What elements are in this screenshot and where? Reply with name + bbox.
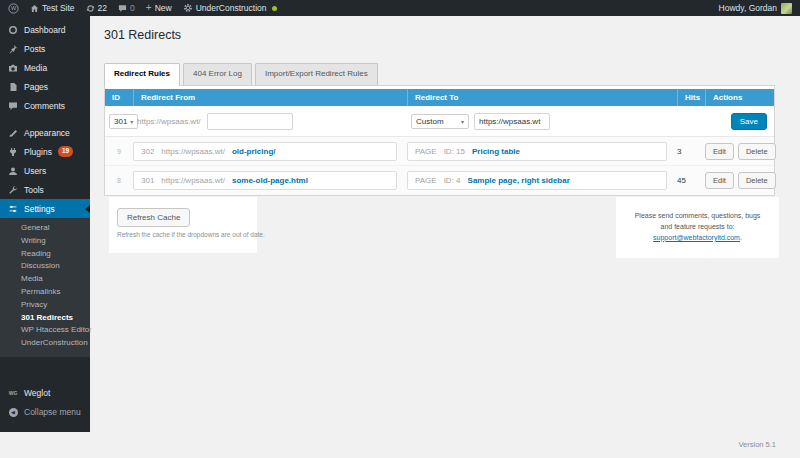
camera-icon bbox=[8, 63, 18, 73]
redirect-from-input[interactable] bbox=[207, 113, 293, 130]
redirect-from-cell: 301 https://wpsaas.wt/ some-old-page.htm… bbox=[133, 171, 397, 190]
submenu-item-underconstruction[interactable]: UnderConstruction bbox=[0, 337, 90, 350]
redirect-from-link[interactable]: some-old-page.html bbox=[232, 176, 308, 185]
avatar[interactable] bbox=[781, 3, 792, 14]
sidebar-item-settings[interactable]: Settings bbox=[0, 199, 90, 218]
column-header-hits: Hits bbox=[677, 89, 705, 106]
submenu-item-discussion[interactable]: Discussion bbox=[0, 260, 90, 273]
sidebar-item-tools[interactable]: Tools bbox=[0, 180, 90, 199]
page-title: 301 Redirects bbox=[104, 28, 181, 42]
sidebar-item-comments[interactable]: Comments bbox=[0, 96, 90, 115]
new-content-menu[interactable]: + New bbox=[146, 3, 172, 13]
comment-bubble-icon bbox=[8, 101, 18, 111]
site-url-prefix: https://wpsaas.wt/ bbox=[137, 117, 201, 126]
underconstruction-toolbar-menu[interactable]: UnderConstruction bbox=[183, 3, 277, 13]
wordpress-logo-icon: W bbox=[8, 3, 19, 14]
plus-icon: + bbox=[146, 3, 152, 13]
redirect-target-id: ID: 4 bbox=[444, 176, 461, 185]
sidebar-item-dashboard[interactable]: Dashboard bbox=[0, 20, 90, 39]
weglot-icon: WG bbox=[8, 388, 18, 398]
refresh-cache-panel: Refresh Cache Refresh the cache if the d… bbox=[109, 197, 257, 253]
tab-bar: Redirect Rules 404 Error Log Import/Expo… bbox=[104, 63, 381, 86]
admin-sidebar: Dashboard Posts Media Pages Comments App… bbox=[0, 16, 90, 432]
redirect-to-type-select[interactable]: Custom ▾ bbox=[411, 114, 469, 129]
submenu-item-wp-htaccess-editor[interactable]: WP Htaccess Editor bbox=[0, 324, 90, 337]
underconstruction-toolbar-label: UnderConstruction bbox=[196, 3, 267, 13]
redirect-from-link[interactable]: old-pricing/ bbox=[232, 147, 276, 156]
support-link-line: support@webfactoryltd.com. bbox=[653, 233, 742, 244]
delete-button[interactable]: Delete bbox=[738, 143, 776, 160]
sidebar-item-posts[interactable]: Posts bbox=[0, 39, 90, 58]
sidebar-label: Weglot bbox=[24, 388, 50, 398]
delete-button[interactable]: Delete bbox=[738, 172, 776, 189]
submenu-item-reading[interactable]: Reading bbox=[0, 248, 90, 261]
gear-icon bbox=[183, 3, 193, 13]
redirect-to-type-value: Custom bbox=[416, 117, 444, 126]
dashboard-icon bbox=[8, 25, 18, 35]
submenu-item-301-redirects[interactable]: 301 Redirects bbox=[0, 312, 90, 325]
updates-menu[interactable]: 22 bbox=[86, 3, 107, 13]
redirect-from-cell: 302 https://wpsaas.wt/ old-pricing/ bbox=[133, 142, 397, 161]
hits-count: 45 bbox=[677, 176, 705, 185]
sidebar-label: Tools bbox=[24, 185, 44, 195]
redirect-rules-table: ID Redirect From Redirect To Hits Action… bbox=[104, 85, 775, 196]
collapse-arrow-icon: ◀ bbox=[8, 407, 18, 417]
sidebar-item-pages[interactable]: Pages bbox=[0, 77, 90, 96]
sidebar-item-users[interactable]: Users bbox=[0, 161, 90, 180]
column-header-actions: Actions bbox=[705, 89, 774, 106]
support-text-suffix: . bbox=[740, 234, 742, 241]
site-name-menu[interactable]: Test Site bbox=[30, 3, 75, 13]
submenu-item-permalinks[interactable]: Permalinks bbox=[0, 286, 90, 299]
redirect-type-value: 301 bbox=[141, 176, 154, 185]
howdy-menu[interactable]: Howdy, Gordan bbox=[719, 3, 777, 13]
table-header-row: ID Redirect From Redirect To Hits Action… bbox=[105, 89, 774, 106]
sidebar-item-media[interactable]: Media bbox=[0, 58, 90, 77]
sidebar-label: Posts bbox=[24, 44, 45, 54]
tab-404-error-log[interactable]: 404 Error Log bbox=[183, 63, 252, 85]
sidebar-label: Appearance bbox=[24, 128, 70, 138]
column-header-id: ID bbox=[105, 89, 133, 106]
admin-bar: W Test Site 22 0 + New bbox=[0, 0, 800, 16]
redirect-to-link[interactable]: Pricing table bbox=[472, 147, 520, 156]
menu-separator bbox=[0, 115, 90, 123]
updates-icon bbox=[86, 4, 95, 13]
tab-import-export[interactable]: Import/Export Redirect Rules bbox=[255, 63, 378, 85]
submenu-item-media[interactable]: Media bbox=[0, 273, 90, 286]
sidebar-item-appearance[interactable]: Appearance bbox=[0, 123, 90, 142]
sidebar-item-plugins[interactable]: Plugins 19 bbox=[0, 142, 90, 161]
redirect-target-kind: PAGE bbox=[415, 176, 437, 185]
site-url-prefix: https://wpsaas.wt/ bbox=[161, 147, 225, 156]
tab-redirect-rules[interactable]: Redirect Rules bbox=[104, 63, 180, 86]
submenu-item-privacy[interactable]: Privacy bbox=[0, 299, 90, 312]
redirect-type-value: 302 bbox=[141, 147, 154, 156]
site-name-label: Test Site bbox=[42, 3, 75, 13]
support-text-line1: Please send comments, questions, bugs bbox=[635, 211, 761, 222]
save-button[interactable]: Save bbox=[731, 113, 767, 130]
sidebar-label: Plugins bbox=[24, 147, 52, 157]
brush-icon bbox=[8, 128, 18, 138]
plugins-update-badge: 19 bbox=[58, 146, 73, 157]
sliders-icon bbox=[8, 204, 18, 214]
table-row: 8 301 https://wpsaas.wt/ some-old-page.h… bbox=[105, 166, 774, 195]
sidebar-item-weglot[interactable]: WG Weglot bbox=[0, 384, 90, 403]
sidebar-label: Dashboard bbox=[24, 25, 66, 35]
refresh-cache-button[interactable]: Refresh Cache bbox=[117, 208, 190, 227]
wordpress-logo-menu[interactable]: W bbox=[8, 3, 19, 14]
home-icon bbox=[30, 4, 39, 13]
site-url-prefix: https://wpsaas.wt/ bbox=[161, 176, 225, 185]
chevron-down-icon: ▾ bbox=[461, 118, 464, 125]
wordpress-admin-screen: W Test Site 22 0 + New bbox=[0, 0, 800, 458]
edit-button[interactable]: Edit bbox=[705, 143, 734, 160]
collapse-menu-button[interactable]: ◀ Collapse menu bbox=[0, 403, 90, 422]
comments-menu[interactable]: 0 bbox=[118, 3, 135, 13]
new-redirect-form-row: 301 ▾ https://wpsaas.wt/ Custom ▾ bbox=[105, 106, 774, 137]
redirect-to-link[interactable]: Sample page, right sidebar bbox=[468, 176, 570, 185]
wrench-icon bbox=[8, 185, 18, 195]
redirect-to-input[interactable] bbox=[474, 113, 550, 130]
support-email-link[interactable]: support@webfactoryltd.com bbox=[653, 234, 740, 241]
submenu-item-general[interactable]: General bbox=[0, 222, 90, 235]
collapse-menu-label: Collapse menu bbox=[24, 407, 81, 417]
edit-button[interactable]: Edit bbox=[705, 172, 734, 189]
submenu-item-writing[interactable]: Writing bbox=[0, 235, 90, 248]
settings-submenu: General Writing Reading Discussion Media… bbox=[0, 218, 90, 357]
